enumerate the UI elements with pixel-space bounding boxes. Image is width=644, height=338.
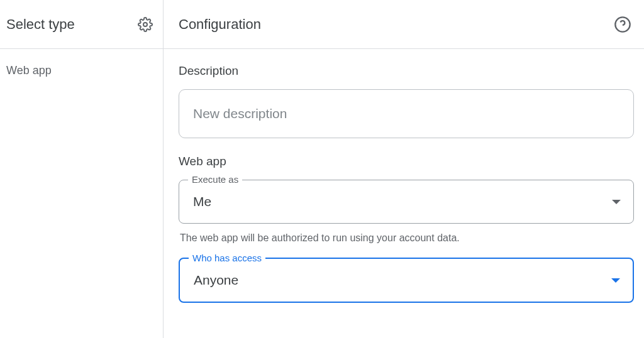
gear-icon[interactable]: [135, 14, 155, 35]
execute-as-legend: Execute as: [188, 174, 242, 185]
execute-as-value: Me: [193, 194, 211, 209]
chevron-down-icon: [611, 278, 620, 283]
execute-as-select[interactable]: Execute as Me: [179, 180, 634, 224]
main-header: Configuration: [164, 0, 644, 49]
dialog-container: Select type Web app Configuration: [0, 0, 644, 338]
content-area: Description Web app Execute as Me The we…: [164, 49, 644, 318]
description-input[interactable]: [179, 89, 634, 138]
webapp-label: Web app: [179, 155, 634, 168]
description-label: Description: [179, 64, 634, 78]
sidebar-header: Select type: [0, 0, 163, 49]
sidebar-title: Select type: [6, 16, 75, 33]
main-panel: Configuration Description Web app Execut…: [164, 0, 644, 338]
sidebar: Select type Web app: [0, 0, 164, 338]
who-has-access-value: Anyone: [194, 273, 238, 288]
help-icon[interactable]: [611, 13, 634, 36]
chevron-down-icon: [612, 200, 621, 204]
execute-as-content: Me: [179, 180, 633, 223]
svg-point-0: [143, 23, 147, 26]
webapp-section: Web app Execute as Me The web app will b…: [179, 155, 634, 303]
who-has-access-legend: Who has access: [189, 253, 265, 263]
execute-as-helper: The web app will be authorized to run us…: [179, 232, 634, 244]
who-has-access-select[interactable]: Who has access Anyone: [179, 258, 634, 303]
sidebar-list: Web app: [0, 49, 163, 81]
main-title: Configuration: [179, 16, 261, 33]
who-has-access-content: Anyone: [180, 259, 633, 302]
sidebar-item-webapp[interactable]: Web app: [0, 60, 163, 81]
